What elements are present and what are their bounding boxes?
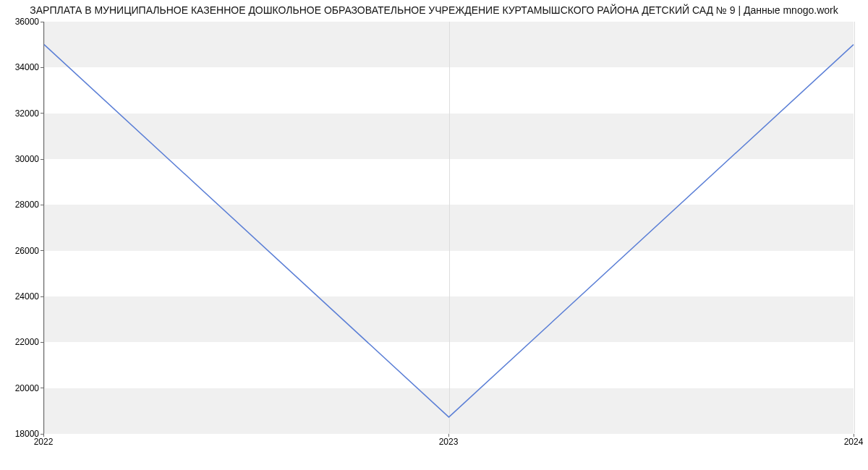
y-tick [41,388,43,388]
x-tick-label: 2024 [844,437,864,447]
y-tick [41,113,43,114]
y-tick-label: 20000 [3,383,39,393]
y-tick [41,296,43,297]
x-tick-label: 2022 [34,437,54,447]
y-tick-label: 30000 [3,154,39,164]
chart-container: ЗАРПЛАТА В МУНИЦИПАЛЬНОЕ КАЗЕННОЕ ДОШКОЛ… [0,0,868,470]
y-tick-label: 32000 [3,108,39,119]
y-tick [41,250,43,251]
y-tick-label: 28000 [3,200,39,210]
y-tick-label: 22000 [3,337,39,347]
y-tick [41,342,43,343]
y-tick-label: 24000 [3,291,39,302]
line-layer [44,22,854,433]
y-tick [41,67,43,68]
chart-title: ЗАРПЛАТА В МУНИЦИПАЛЬНОЕ КАЗЕННОЕ ДОШКОЛ… [0,4,868,16]
y-tick-label: 26000 [3,246,39,256]
x-gridline [854,22,855,433]
x-tick-label: 2023 [439,437,459,447]
y-tick [41,159,43,160]
y-tick [41,22,43,22]
series-line [44,45,854,417]
y-tick-label: 36000 [3,17,39,27]
y-tick [41,205,43,205]
plot-area [43,22,854,434]
y-tick-label: 34000 [3,62,39,72]
